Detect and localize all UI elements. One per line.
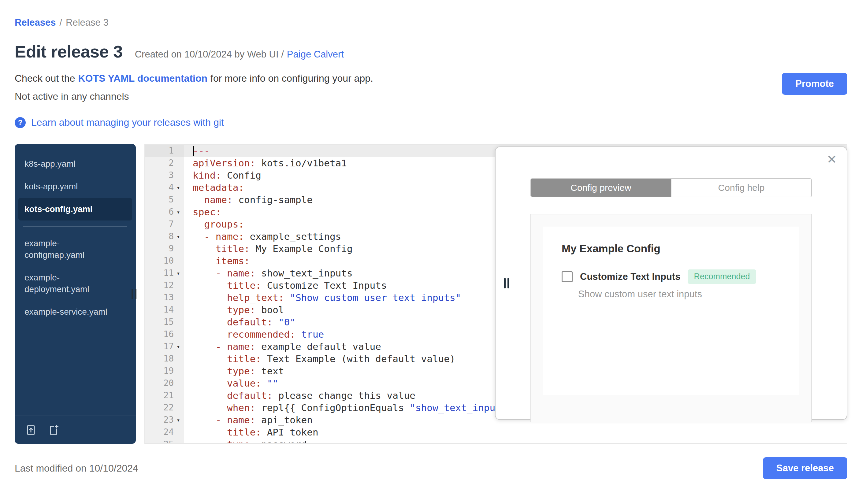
line-number: 18 (145, 353, 184, 365)
line-number: 15 (145, 316, 184, 328)
file-item-label: example-configmap.yaml (25, 238, 117, 261)
line-number: 12 (145, 279, 184, 291)
file-item-example-service-yaml[interactable]: example-service.yaml (15, 301, 136, 323)
line-number: 14 (145, 304, 184, 316)
file-actions (15, 416, 136, 444)
docs-suffix: for more info on configuring your app. (210, 73, 373, 84)
file-item-example-deployment-yaml[interactable]: example-deployment.yaml (15, 266, 136, 301)
line-number: 9 (145, 242, 184, 255)
file-item-kots-config-yaml[interactable]: kots-config.yaml (18, 198, 132, 221)
file-item-label: k8s-app.yaml (25, 158, 76, 170)
config-group-title: My Example Config (562, 242, 781, 255)
git-help-link-text: Learn about managing your releases with … (31, 117, 224, 128)
config-card: My Example Config Customize Text Inputs … (543, 227, 799, 395)
line-number: 7 (145, 218, 184, 230)
config-item-label: Customize Text Inputs (580, 271, 680, 282)
line-number: 23▾ (145, 414, 184, 426)
fold-arrow-icon[interactable]: ▾ (174, 206, 183, 218)
line-number: 22 (145, 401, 184, 414)
line-number: 16 (145, 328, 184, 340)
file-sidebar: k8s-app.yamlkots-app.yamlkots-config.yam… (15, 144, 136, 444)
fold-arrow-icon[interactable]: ▾ (174, 414, 183, 426)
code-line-25: 25 type: password (145, 438, 847, 444)
info-text-block: Check out the KOTS YAML documentation fo… (15, 73, 373, 102)
release-editor-page: Releases / Release 3 Edit release 3 Crea… (0, 0, 862, 504)
config-item: Customize Text Inputs Recommended (562, 269, 781, 284)
line-number: 3 (145, 169, 184, 181)
breadcrumb: Releases / Release 3 (15, 17, 847, 28)
file-list-divider (23, 226, 127, 227)
fold-arrow-icon[interactable]: ▾ (174, 340, 183, 353)
line-number: 8▾ (145, 230, 184, 242)
new-file-icon[interactable] (47, 424, 60, 436)
fold-arrow-icon[interactable]: ▾ (174, 267, 183, 279)
fold-arrow-icon[interactable]: ▾ (174, 230, 183, 242)
last-modified: Last modified on 10/10/2024 (15, 463, 138, 474)
line-number: 11▾ (145, 267, 184, 279)
file-item-example-configmap-yaml[interactable]: example-configmap.yaml (15, 232, 136, 266)
breadcrumb-separator: / (59, 17, 62, 28)
fold-arrow-icon[interactable]: ▾ (174, 181, 183, 194)
line-number: 4▾ (145, 181, 184, 194)
page-title: Edit release 3 (15, 42, 123, 62)
code-line-24: 24 title: API token (145, 426, 847, 438)
kots-docs-link[interactable]: KOTS YAML documentation (78, 73, 207, 84)
file-item-label: kots-app.yaml (25, 181, 78, 193)
footer-row: Last modified on 10/10/2024 Save release (15, 457, 847, 479)
tab-config-preview[interactable]: Config preview (531, 179, 671, 197)
line-number: 5 (145, 194, 184, 206)
created-text: Created on 10/10/2024 by Web UI / (135, 49, 284, 60)
file-item-kots-app-yaml[interactable]: kots-app.yaml (15, 175, 136, 198)
created-info: Created on 10/10/2024 by Web UI / Paige … (135, 49, 344, 60)
preview-body: My Example Config Customize Text Inputs … (531, 214, 812, 422)
preview-tabs: Config previewConfig help (531, 178, 812, 197)
question-icon: ? (15, 117, 26, 128)
file-item-label: example-service.yaml (25, 306, 107, 318)
channel-status: Not active in any channels (15, 91, 373, 102)
file-item-label: example-deployment.yaml (25, 272, 117, 295)
breadcrumb-current: Release 3 (66, 17, 108, 28)
info-row: Check out the KOTS YAML documentation fo… (15, 73, 847, 102)
save-release-button[interactable]: Save release (763, 457, 847, 479)
git-help-link[interactable]: ? Learn about managing your releases wit… (15, 117, 224, 128)
line-number: 10 (145, 255, 184, 267)
file-list: k8s-app.yamlkots-app.yamlkots-config.yam… (15, 152, 136, 323)
sidebar-resize-handle[interactable] (132, 289, 136, 299)
customize-text-inputs-checkbox[interactable] (562, 271, 573, 282)
recommended-badge: Recommended (688, 269, 756, 284)
author-link[interactable]: Paige Calvert (287, 49, 344, 60)
line-number: 25 (145, 438, 184, 444)
docs-line: Check out the KOTS YAML documentation fo… (15, 73, 373, 84)
line-number: 17▾ (145, 340, 184, 353)
config-item-help: Show custom user text inputs (578, 289, 781, 300)
file-item-k8s-app-yaml[interactable]: k8s-app.yaml (15, 152, 136, 175)
docs-prefix: Check out the (15, 73, 75, 84)
file-item-label: kots-config.yaml (25, 203, 92, 215)
line-number: 13 (145, 291, 184, 304)
promote-button[interactable]: Promote (782, 73, 847, 95)
editor-shell: k8s-app.yamlkots-app.yamlkots-config.yam… (15, 144, 847, 444)
line-number: 6▾ (145, 206, 184, 218)
line-number: 19 (145, 365, 184, 377)
close-icon[interactable]: ✕ (826, 153, 837, 165)
line-number: 24 (145, 426, 184, 438)
title-row: Edit release 3 Created on 10/10/2024 by … (15, 42, 847, 62)
config-preview-panel: ✕ Config previewConfig help My Example C… (495, 146, 847, 420)
import-file-icon[interactable] (25, 424, 37, 436)
tab-config-help[interactable]: Config help (671, 179, 811, 197)
line-number: 20 (145, 377, 184, 389)
line-number: 1 (145, 145, 184, 157)
line-number: 21 (145, 389, 184, 401)
line-number: 2 (145, 157, 184, 169)
breadcrumb-releases-link[interactable]: Releases (15, 17, 56, 28)
panel-resize-handle[interactable] (504, 278, 509, 288)
